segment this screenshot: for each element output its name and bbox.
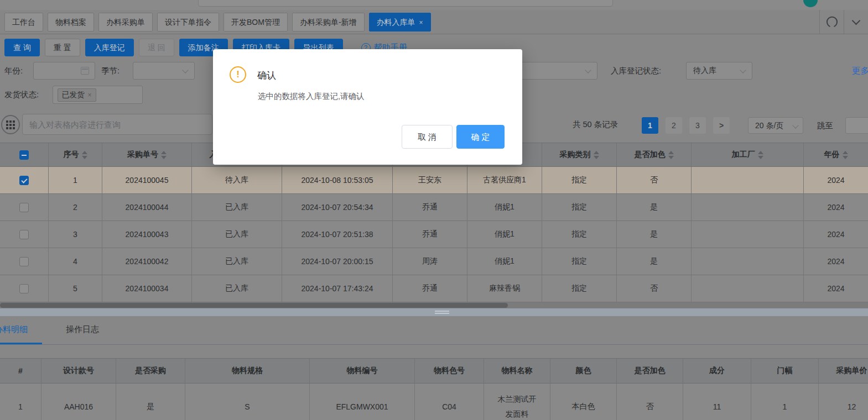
page-tab-label: 办料采购单 [106, 18, 145, 27]
inbound-status-filter-select[interactable]: 待入库 [686, 62, 752, 80]
page-tab-label: 物料档案 [55, 18, 86, 27]
page-button-2[interactable]: 2 [666, 117, 682, 134]
ship-status-tag-label: 已发货 [62, 91, 85, 99]
header-material-spec: 物料规格 [185, 359, 310, 383]
page-tab[interactable]: 办料采购单× [98, 13, 153, 32]
row-checkbox[interactable] [19, 284, 29, 293]
page-tab-label: 办料采购单-新增 [300, 18, 357, 27]
table-row[interactable]: 5 2024100034 已入库 2024-10-07 17:43:24 乔通 … [0, 275, 868, 302]
cell-purchase-type: 指定 [542, 248, 617, 275]
page-size-select[interactable]: 20 条/页 [748, 117, 803, 134]
header-year[interactable]: 年份 [804, 143, 868, 166]
inbound-register-button[interactable]: 入库登记 [85, 39, 134, 56]
cell-material-color-no: C04 [415, 384, 484, 420]
cancel-button[interactable]: 取 消 [402, 125, 453, 149]
calendar-icon [81, 67, 89, 75]
page-tab[interactable]: 设计下单指令× [157, 13, 219, 32]
header-purchase-type[interactable]: 采购类别 [542, 143, 617, 166]
year-filter-label: 年份: [4, 66, 23, 76]
cell-color-added: 是 [617, 221, 692, 248]
ship-status-tag[interactable]: 已发货× [58, 88, 96, 102]
tag-close-icon[interactable]: × [88, 91, 92, 99]
detail-table-row[interactable]: 1 AAH016 是 S EFLGMWX001 C04 木兰测试开发面料 本白色… [0, 384, 868, 420]
cell-is-purchased: 是 [116, 384, 185, 420]
cell-person: 乔通 [393, 275, 467, 302]
cell-inbound-status: 已入库 [192, 194, 282, 221]
collapse-tabs-icon[interactable] [844, 10, 868, 34]
sort-icon[interactable] [161, 151, 167, 159]
cell-purchase-type: 指定 [542, 221, 617, 248]
cell-color-added: 是 [617, 194, 692, 221]
next-page-button[interactable]: > [713, 117, 730, 134]
chevron-down-icon [792, 122, 798, 128]
top-header-strip [0, 0, 868, 10]
detail-tabbar: 办料明细 操作日志 [0, 316, 868, 345]
season-filter-select[interactable] [133, 62, 195, 80]
cell-datetime: 2024-10-07 20:00:15 [282, 248, 393, 275]
tab-operation-log[interactable]: 操作日志 [66, 324, 99, 335]
page-tab-label: 设计下单指令 [165, 18, 211, 27]
page-button-1[interactable]: 1 [642, 117, 658, 134]
row-checkbox[interactable] [19, 257, 29, 266]
grid-icon [6, 120, 15, 129]
page-tab[interactable]: 工作台× [4, 13, 43, 32]
table-row[interactable]: 2 2024100044 已入库 2024-10-07 20:54:34 乔通 … [0, 194, 868, 221]
cell-design-no: AAH016 [41, 384, 116, 420]
tab-close-icon[interactable]: × [419, 19, 423, 27]
column-settings-icon[interactable] [1, 115, 20, 134]
jump-to-page-input[interactable] [845, 117, 868, 134]
cell-inbound-status: 已入库 [192, 221, 282, 248]
global-search-input[interactable] [198, 0, 613, 7]
horizontal-scrollbar-track[interactable] [0, 302, 868, 308]
sort-icon[interactable] [82, 151, 87, 159]
cell-supplier: 麻辣香锅 [467, 275, 542, 302]
query-button[interactable]: 查 询 [4, 39, 40, 56]
user-avatar[interactable] [803, 0, 818, 7]
detail-header-row: # 设计款号 是否采购 物料规格 物料编号 物料色号 物料名称 颜色 是否加色 … [0, 358, 868, 384]
tab-material-detail[interactable]: 办料明细 [0, 324, 28, 335]
horizontal-scrollbar-thumb[interactable] [0, 303, 508, 308]
table-row[interactable]: 3 2024100043 已入库 2024-10-07 20:51:38 乔通 … [0, 221, 868, 248]
select-all-checkbox[interactable] [19, 150, 29, 160]
cell-year: 2024 [804, 221, 868, 248]
panel-resize-handle[interactable] [0, 308, 868, 316]
header-hash: # [0, 359, 41, 383]
page-tab[interactable]: 物料档案× [48, 13, 94, 32]
sort-icon[interactable] [594, 151, 599, 159]
refresh-icon[interactable] [819, 10, 844, 34]
cell-person: 王安东 [393, 167, 467, 193]
more-filters-link[interactable]: 更多 [852, 65, 868, 77]
header-factory[interactable]: 加工厂 [692, 143, 804, 166]
header-color-added[interactable]: 是否加色 [617, 143, 692, 166]
year-filter-input[interactable] [33, 62, 95, 80]
cell-person: 乔通 [393, 221, 467, 248]
detail-table-body: 1 AAH016 是 S EFLGMWX001 C04 木兰测试开发面料 本白色… [0, 384, 868, 420]
table-search-input[interactable] [22, 114, 212, 135]
page-button-3[interactable]: 3 [689, 117, 706, 134]
confirm-button[interactable]: 确 定 [456, 125, 505, 149]
cell-seq: 2 [49, 194, 102, 221]
cell-color-added: 否 [617, 167, 692, 193]
header-is-purchased: 是否采购 [116, 359, 185, 383]
table-row[interactable]: 1 2024100045 待入库 2024-10-08 10:53:05 王安东… [0, 167, 868, 194]
row-checkbox[interactable] [19, 203, 29, 212]
cell-datetime: 2024-10-07 20:51:38 [282, 221, 393, 248]
cell-person: 周涛 [393, 248, 467, 275]
cell-factory [692, 194, 804, 221]
cell-inbound-status: 待入库 [192, 167, 282, 193]
reset-button[interactable]: 重 置 [45, 39, 80, 56]
cell-factory [692, 167, 804, 193]
table-row[interactable]: 4 2024100042 已入库 2024-10-07 20:00:15 周涛 … [0, 248, 868, 275]
page-tab[interactable]: 开发BOM管理× [224, 13, 288, 32]
header-seq[interactable]: 序号 [49, 143, 102, 166]
ship-status-filter-select[interactable]: 已发货× [53, 86, 143, 104]
header-po-number[interactable]: 采购单号 [102, 143, 192, 166]
row-checkbox[interactable] [19, 230, 29, 239]
sort-icon[interactable] [668, 151, 674, 159]
sort-icon[interactable] [758, 151, 763, 159]
sort-icon[interactable] [843, 151, 848, 159]
page-tab[interactable]: 办料采购单-新增× [292, 13, 365, 32]
row-checkbox[interactable] [19, 176, 29, 185]
page-tab[interactable]: 办料入库单× [369, 13, 431, 32]
header-design-no: 设计款号 [41, 359, 116, 383]
